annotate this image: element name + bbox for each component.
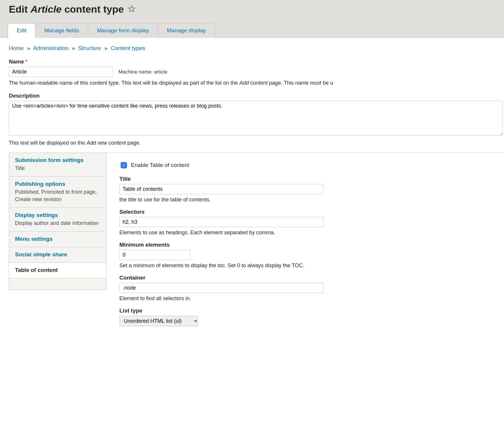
toc-min-input[interactable] <box>119 250 191 260</box>
toc-selectors-input[interactable] <box>119 217 323 227</box>
toc-container-help: Element to find all selectors in. <box>119 295 495 302</box>
vtab-display-settings[interactable]: Display settings Display author and date… <box>9 208 106 232</box>
svg-marker-0 <box>128 6 135 12</box>
toc-container-input[interactable] <box>119 283 323 293</box>
vtab-subtitle: Display author and date information <box>15 220 100 227</box>
breadcrumb-administration[interactable]: Administration <box>33 45 69 51</box>
machine-name: Machine name: article <box>119 69 167 75</box>
vtab-publishing-options[interactable]: Publishing options Published, Promoted t… <box>9 177 106 208</box>
toc-title-label: Title <box>119 176 495 182</box>
toc-container-label: Container <box>119 275 495 281</box>
vtab-pane-table-of-content: Enable Table of content Title the title … <box>106 153 504 335</box>
description-label: Description <box>9 93 504 99</box>
vtab-title: Table of content <box>15 267 100 273</box>
primary-tabs: Edit Manage fields Manage form display M… <box>8 23 504 38</box>
toc-title-input[interactable] <box>119 184 323 194</box>
vtab-title: Menu settings <box>15 236 100 242</box>
breadcrumb-home[interactable]: Home <box>9 45 24 51</box>
toc-listtype-label: List type <box>119 307 495 314</box>
name-label: Name* <box>9 58 504 65</box>
description-textarea[interactable]: Use <em>articles</em> for time-sensitive… <box>9 101 503 136</box>
star-icon[interactable] <box>128 4 136 15</box>
toc-selectors-label: Selectors <box>119 209 495 215</box>
vtab-trailing-space <box>9 278 106 290</box>
enable-toc-label: Enable Table of content <box>131 162 189 168</box>
vtab-subtitle: Published, Promoted to front page, Creat… <box>15 188 100 203</box>
page-title-suffix: content type <box>62 4 124 15</box>
vtab-submission-form-settings[interactable]: Submission form settings Title <box>9 153 106 177</box>
vtab-social-simple-share[interactable]: Social simple share <box>9 247 106 263</box>
vtab-title: Submission form settings <box>15 157 100 163</box>
vtab-title: Display settings <box>15 212 100 218</box>
name-help: The human-readable name of this content … <box>9 80 504 86</box>
toc-min-help: Set a minimum of elements to display the… <box>119 263 495 269</box>
toc-selectors-help: Elements to use as headings. Each elemen… <box>119 230 495 236</box>
enable-toc-checkbox[interactable] <box>121 162 127 168</box>
vtab-table-of-content[interactable]: Table of content <box>9 263 106 278</box>
tab-edit[interactable]: Edit <box>8 23 36 38</box>
page-title-prefix: Edit <box>9 4 31 15</box>
breadcrumb-content-types[interactable]: Content types <box>111 45 145 51</box>
tab-manage-fields[interactable]: Manage fields <box>35 23 88 38</box>
toc-listtype-select[interactable]: Unordered HTML list (ul) <box>119 316 198 326</box>
page-title-emphasis: Article <box>31 4 62 15</box>
tab-manage-display[interactable]: Manage display <box>158 23 215 38</box>
breadcrumb-structure[interactable]: Structure <box>78 45 101 51</box>
page-title: Edit Article content type <box>9 4 504 15</box>
tab-manage-form-display[interactable]: Manage form display <box>88 23 158 38</box>
toc-title-help: the title to use for the table of conten… <box>119 197 495 203</box>
breadcrumb: Home » Administration » Structure » Cont… <box>9 45 504 51</box>
vertical-tabs: Submission form settings Title Publishin… <box>9 153 504 335</box>
vtab-subtitle: Title <box>15 165 100 172</box>
name-input[interactable] <box>9 67 113 77</box>
vtab-title: Social simple share <box>15 251 100 258</box>
toc-min-label: Minimum elements <box>119 242 495 248</box>
vtab-title: Publishing options <box>15 181 100 187</box>
vtab-menu-settings[interactable]: Menu settings <box>9 232 106 247</box>
description-help: This text will be displayed on the Add n… <box>9 140 504 146</box>
